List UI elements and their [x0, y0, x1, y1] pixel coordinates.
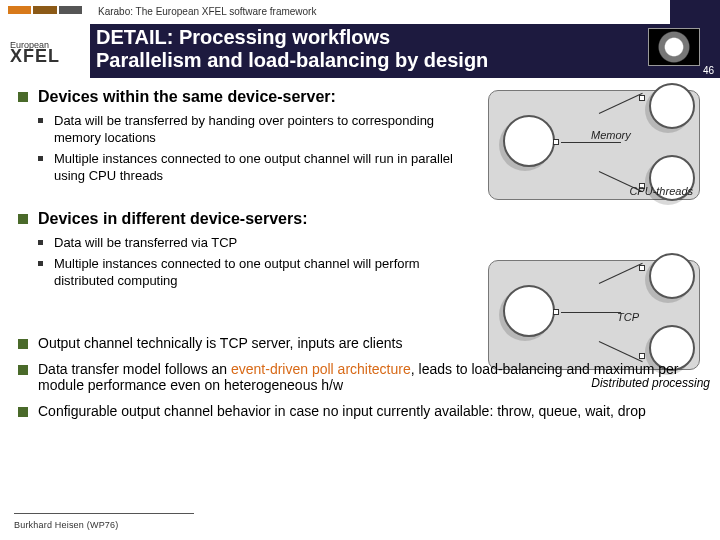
bullet-e: Configurable output channel behavior in … [18, 403, 698, 419]
bullet-d-pre: Data transfer model follows an [38, 361, 231, 377]
section-b-heading: Devices in different device-servers: Dat… [18, 210, 708, 289]
page-number: 46 [703, 65, 714, 76]
slide-title: DETAIL: Processing workflows Parallelism… [96, 26, 636, 72]
footer-rule [14, 513, 194, 514]
title-line2: Parallelism and load-balancing by design [96, 49, 636, 72]
xfel-logo: European XFEL [0, 0, 90, 78]
title-line1: DETAIL: Processing workflows [96, 26, 390, 48]
brand-line: Karabo: The European XFEL software frame… [90, 0, 670, 24]
logo-text: European XFEL [10, 40, 60, 62]
bullet-b1: Data will be transferred via TCP [38, 234, 468, 251]
footer-author: Burkhard Heisen (WP76) [14, 520, 118, 530]
logo-bottom: XFEL [10, 51, 60, 62]
section-a-heading: Devices within the same device-server: D… [18, 88, 708, 184]
bullet-d-em: event-driven poll architecture [231, 361, 411, 377]
bullet-b2: Multiple instances connected to one outp… [38, 255, 468, 289]
logo-bars-icon [8, 6, 82, 14]
slide-body: Devices within the same device-server: D… [18, 88, 708, 429]
bullet-a2: Multiple instances connected to one outp… [38, 150, 468, 184]
header-thumbnail-icon [648, 28, 700, 66]
heading-text: Devices within the same device-server: [38, 88, 336, 105]
heading-text: Devices in different device-servers: [38, 210, 307, 227]
bullet-c: Output channel technically is TCP server… [18, 335, 678, 351]
bullet-d: Data transfer model follows an event-dri… [18, 361, 698, 393]
bullet-a1: Data will be transferred by handing over… [38, 112, 468, 146]
header-band: European XFEL Karabo: The European XFEL … [0, 0, 720, 78]
